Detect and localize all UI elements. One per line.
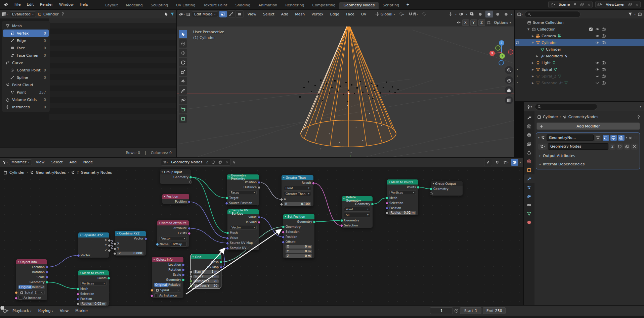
visibility-eye-icon[interactable] (595, 27, 599, 31)
value-field[interactable]: B0.100 (284, 202, 311, 206)
collapse-icon[interactable]: ▾ (192, 256, 194, 258)
node-header[interactable]: ▾Combine XYZ (115, 231, 146, 236)
collapse-icon[interactable]: ▾ (18, 261, 19, 263)
dataset-row-face-corner[interactable]: Face Corner0 (3, 52, 49, 59)
value-field[interactable]: Vertices Y20 (193, 284, 219, 288)
object-field[interactable]: Spiral (154, 288, 181, 293)
properties-tab-view-layer[interactable] (524, 140, 534, 148)
properties-tab-data[interactable] (524, 209, 534, 218)
pan-button[interactable] (505, 76, 513, 84)
node-header[interactable]: ▾Separate XYZ (78, 232, 109, 237)
socket-points[interactable] (417, 186, 420, 189)
tool-ruler-button[interactable] (179, 96, 187, 104)
node-header[interactable]: ▾Group Input (160, 169, 191, 174)
socket-object[interactable] (15, 291, 18, 294)
tool-cubep-button[interactable] (179, 105, 187, 113)
tab-scripting[interactable]: Scripting (379, 2, 403, 9)
properties-editor-type-button[interactable]: ▾ (526, 105, 532, 109)
section-output-attributes[interactable]: ▸Output Attributes (540, 154, 638, 158)
name-field[interactable]: UVMap (170, 242, 187, 247)
viewlayer-selector[interactable]: ▾ViewLayer (595, 1, 641, 8)
clear-object-icon[interactable] (177, 288, 179, 292)
collapse-icon[interactable]: ▾ (343, 198, 345, 200)
node-group-icon-button[interactable]: ▾ (538, 144, 547, 150)
tool-scale-button[interactable] (179, 67, 187, 76)
menu-window[interactable]: Window (56, 2, 77, 7)
play-reverse-button[interactable] (255, 308, 262, 314)
socket-geometry[interactable] (430, 188, 433, 191)
socket-geometry[interactable] (45, 281, 48, 284)
node-header[interactable]: ▾Geometry Proximity (227, 174, 259, 179)
socket-target[interactable] (225, 197, 228, 200)
shading-solid-button[interactable] (485, 10, 493, 18)
tab-compositing[interactable]: Compositing (308, 2, 340, 9)
collapse-icon[interactable]: ▾ (283, 176, 285, 179)
toggle-relative[interactable]: Relative (32, 285, 45, 289)
collapse-icon[interactable]: ▾ (389, 181, 390, 183)
viewport-menu-add[interactable]: Add (278, 12, 291, 16)
face-select-button[interactable] (235, 10, 244, 18)
render-visibility-icon[interactable] (602, 27, 606, 31)
properties-tab-object[interactable] (524, 166, 534, 174)
socket-location[interactable] (182, 263, 185, 266)
scene-selector[interactable]: ▾Scene (548, 1, 593, 8)
dataset-row-spline[interactable]: Spline0 (3, 74, 49, 81)
render-visibility-icon[interactable] (602, 67, 606, 71)
render-visibility-icon[interactable] (602, 81, 606, 85)
node-header[interactable]: ▾Set Position (283, 214, 314, 219)
node-gp[interactable]: ▾Geometry ProximityPositionDistanceFaces… (227, 174, 259, 205)
collapse-icon[interactable]: ▾ (154, 258, 155, 261)
mirror-y-toggle[interactable]: Y (470, 19, 477, 26)
node-enum-dropdown[interactable]: Vector▾ (230, 225, 257, 230)
toggle-original[interactable]: Original (154, 283, 168, 287)
previous-keyframe-button[interactable] (248, 308, 255, 314)
checkbox[interactable] (18, 296, 22, 300)
unlink-icon[interactable] (224, 159, 230, 165)
value-field[interactable]: Size X1 m (193, 270, 219, 274)
expander[interactable]: ▼ (531, 41, 534, 44)
properties-tab-scene[interactable] (524, 148, 534, 157)
shading-rendered-button[interactable] (503, 11, 510, 17)
render-visibility-icon[interactable] (602, 41, 606, 45)
outliner-row-collection[interactable]: ▼Collection (515, 26, 644, 33)
value-field[interactable]: Z0 m (286, 254, 312, 258)
outliner-row-camera[interactable]: ▶Camera (515, 33, 644, 39)
node-oil[interactable]: ▾Object InfoLocationRotationScaleGeometr… (16, 259, 47, 300)
socket-scale[interactable] (182, 273, 185, 276)
properties-tab-particles[interactable] (524, 183, 534, 192)
value-field[interactable]: Radius0.02 m (389, 211, 416, 215)
viewport-menu-select[interactable]: Select (260, 12, 277, 16)
collapse-icon[interactable]: ▾ (433, 182, 434, 185)
scene-copy-icon[interactable] (578, 1, 586, 8)
tab-animation[interactable]: Animation (254, 2, 281, 9)
mirror-z-toggle[interactable]: Z (478, 19, 485, 26)
node-header[interactable]: ▾Object Info (16, 259, 47, 264)
node-group-icon[interactable]: ▾ (161, 159, 170, 165)
proportional-edit[interactable] (422, 12, 426, 16)
node-header[interactable]: ▾Delete Geometry (342, 196, 373, 201)
collapse-icon[interactable]: ▾ (117, 232, 118, 235)
node-header[interactable]: ▾Group Output (431, 181, 463, 186)
remove-modifier-button[interactable] (629, 136, 632, 140)
parent-node-tree-button[interactable] (484, 159, 492, 166)
node-snapping-button[interactable] (493, 159, 501, 166)
scene-unlink-icon[interactable] (586, 1, 592, 8)
socket-location[interactable] (45, 266, 48, 269)
collapse-icon[interactable]: ▾ (162, 171, 163, 173)
socket-mesh[interactable] (226, 231, 229, 234)
render-visibility-icon[interactable] (602, 34, 606, 38)
socket-geometry[interactable] (340, 219, 343, 222)
socket-name[interactable] (156, 243, 159, 246)
collapse-icon[interactable]: ▾ (80, 272, 81, 274)
toggle-original[interactable]: Original (18, 285, 32, 289)
socket-size-x[interactable] (189, 270, 192, 273)
render-visibility-icon[interactable] (602, 74, 606, 78)
node-header[interactable]: ▾Position (162, 194, 189, 199)
timeline-menu-marker[interactable]: Marker (73, 309, 91, 313)
tab-shading[interactable]: Shading (231, 2, 255, 9)
breadcrumb-item[interactable]: Geometry Nodes (81, 170, 112, 175)
dataset-row-face[interactable]: Face0 (3, 44, 49, 52)
collapse-icon[interactable]: ▾ (159, 222, 160, 224)
node-enum-dropdown[interactable]: Greater Than▾ (284, 192, 311, 196)
properties-tab-output[interactable] (524, 131, 534, 140)
